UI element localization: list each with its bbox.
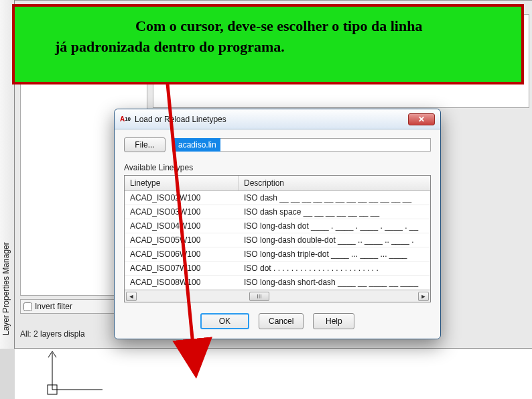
linetype-row[interactable]: ACAD_ISO07W100ISO dot . . . . . . . . . …	[125, 262, 430, 276]
linetype-name: ACAD_ISO03W100	[125, 205, 239, 219]
linetype-description: ISO long-dash triple-dot ____ ... ____ .…	[239, 247, 430, 261]
linetype-name: ACAD_ISO04W100	[125, 219, 239, 233]
invert-filter-label: Invert filter	[35, 302, 72, 311]
dialog-title: Load or Reload Linetypes	[135, 115, 408, 124]
linetype-description: ISO long-dash dot ____ . ____ . ____ . _…	[239, 219, 430, 233]
linetype-row[interactable]: ACAD_ISO05W100ISO long-dash double-dot _…	[125, 233, 430, 247]
dialog-titlebar[interactable]: A10 Load or Reload Linetypes ✕	[115, 109, 440, 129]
linetype-rows: ACAD_ISO02W100ISO dash __ __ __ __ __ __…	[125, 191, 430, 290]
linetype-row[interactable]: ACAD_ISO04W100ISO long-dash dot ____ . _…	[125, 219, 430, 233]
drawing-canvas[interactable]	[15, 349, 532, 399]
linetype-name: ACAD_ISO06W100	[125, 247, 239, 261]
available-linetypes-label: Available Linetypes	[124, 163, 431, 172]
instruction-banner: Com o cursor, deve-se escolher o tipo da…	[12, 4, 524, 84]
linetype-list-header: Linetype Description	[125, 176, 430, 191]
ok-button[interactable]: OK	[200, 313, 249, 329]
linetype-name: ACAD_ISO08W100	[125, 276, 239, 289]
header-description[interactable]: Description	[239, 176, 430, 190]
invert-filter-checkbox[interactable]	[23, 302, 32, 311]
autocad-app-icon: A10	[120, 114, 131, 125]
linetype-description: ISO long-dash double-dot ____ .. ____ ..…	[239, 233, 430, 247]
file-button[interactable]: File...	[124, 137, 165, 152]
banner-line1: Com o cursor, deve-se escolher o tipo da…	[55, 17, 422, 34]
linetype-name: ACAD_ISO05W100	[125, 233, 239, 247]
load-linetypes-dialog: A10 Load or Reload Linetypes ✕ File... a…	[114, 109, 441, 339]
linetype-row[interactable]: ACAD_ISO06W100ISO long-dash triple-dot _…	[125, 247, 430, 262]
horizontal-scrollbar[interactable]: ◄ III ►	[125, 290, 430, 302]
help-button[interactable]: Help	[313, 313, 354, 329]
cancel-button[interactable]: Cancel	[259, 313, 304, 329]
close-button[interactable]: ✕	[408, 113, 435, 125]
filename-field-wrap[interactable]: acadiso.lin	[172, 138, 431, 152]
linetype-name: ACAD_ISO07W100	[125, 262, 239, 275]
linetype-description: ISO dash space __ __ __ __ __ __ __	[239, 205, 430, 219]
close-icon: ✕	[418, 115, 425, 124]
scroll-track[interactable]: III	[137, 292, 418, 301]
linetype-row[interactable]: ACAD_ISO08W100ISO long-dash short-dash _…	[125, 276, 430, 290]
linetype-description: ISO long-dash short-dash ____ __ ____ __…	[239, 276, 430, 289]
file-row: File... acadiso.lin	[124, 137, 431, 152]
scroll-right-icon[interactable]: ►	[418, 292, 429, 301]
header-linetype[interactable]: Linetype	[125, 176, 239, 190]
linetype-description: ISO dot . . . . . . . . . . . . . . . . …	[239, 262, 430, 275]
dialog-button-row: OK Cancel Help	[124, 313, 431, 329]
linetype-row[interactable]: ACAD_ISO02W100ISO dash __ __ __ __ __ __…	[125, 191, 430, 205]
linetype-name: ACAD_ISO02W100	[125, 191, 239, 205]
lpm-title: Layer Properties Manager	[1, 242, 11, 335]
linetype-row[interactable]: ACAD_ISO03W100ISO dash space __ __ __ __…	[125, 205, 430, 219]
ucs-icon	[46, 349, 106, 396]
linetype-description: ISO dash __ __ __ __ __ __ __ __ __ __ _…	[239, 191, 430, 205]
filename-field[interactable]: acadiso.lin	[174, 138, 220, 152]
dialog-body: File... acadiso.lin Available Linetypes …	[115, 129, 440, 339]
scroll-left-icon[interactable]: ◄	[126, 292, 137, 301]
linetype-list: Linetype Description ACAD_ISO02W100ISO d…	[124, 175, 431, 302]
scroll-thumb[interactable]: III	[249, 292, 269, 301]
status-text: All: 2 layers displa	[20, 329, 85, 339]
banner-line2: já padronizada dentro do programa.	[55, 38, 285, 55]
